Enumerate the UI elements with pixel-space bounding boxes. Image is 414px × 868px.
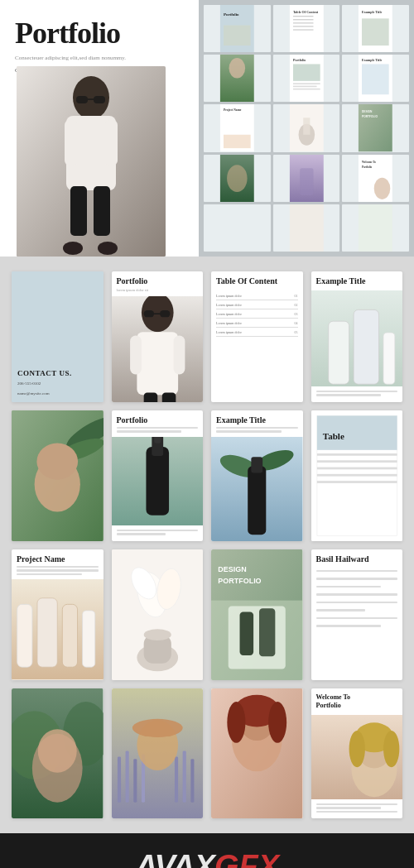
- text-line: [17, 573, 82, 576]
- avax-brand-text: AVAX: [135, 849, 214, 868]
- card-design-portfolio: DESIGN PORTFOLIO: [211, 549, 303, 680]
- thumb-7: Project Name: [204, 104, 271, 151]
- svg-text:DESIGN: DESIGN: [218, 565, 246, 573]
- banner-woman-image: [17, 66, 166, 257]
- svg-point-7: [63, 242, 83, 255]
- text-line: [117, 427, 199, 429]
- toc-line-3: Lorem ipsum dolor 03: [216, 309, 298, 319]
- text-line: [316, 625, 382, 627]
- svg-rect-122: [133, 759, 137, 802]
- svg-rect-121: [125, 751, 128, 802]
- svg-rect-19: [293, 22, 314, 23]
- portfolio-fashion-image: [112, 296, 204, 402]
- svg-rect-18: [293, 19, 314, 20]
- svg-rect-85: [251, 457, 262, 472]
- card-portfolio-fashion: Portfolio lorem ipsum dolor sit: [112, 271, 204, 402]
- text-line: [316, 811, 398, 813]
- avax-logo: AVAX GFX: [135, 849, 279, 868]
- text-line: [316, 586, 382, 588]
- svg-rect-31: [293, 86, 317, 88]
- svg-point-134: [268, 702, 286, 743]
- svg-point-52: [374, 177, 391, 199]
- text-line: [117, 530, 199, 532]
- svg-rect-4: [94, 186, 110, 236]
- svg-rect-91: [316, 460, 397, 463]
- project-image: [12, 579, 104, 679]
- svg-point-133: [227, 702, 245, 743]
- text-line: [316, 593, 398, 596]
- thumb-4: [204, 55, 271, 102]
- toc-line-2: Lorem ipsum dolor 02: [216, 300, 298, 309]
- svg-rect-69: [328, 321, 349, 384]
- svg-rect-9: [76, 96, 88, 103]
- toc-num-4: 04: [295, 321, 298, 325]
- card-woman-face: [12, 410, 104, 541]
- svg-text:Project Name: Project Name: [224, 109, 242, 113]
- svg-rect-111: [229, 606, 286, 669]
- svg-rect-3: [70, 186, 87, 236]
- toc-heading: Table Of Content: [216, 276, 298, 285]
- example-2-image: [211, 437, 303, 541]
- avax-gfx-text: GFX: [214, 849, 279, 868]
- svg-point-106: [143, 629, 171, 640]
- svg-rect-80: [154, 437, 161, 444]
- top-banner: Portfolio Consecteuer adipiscing elit,se…: [0, 0, 414, 257]
- text-line: [17, 566, 99, 568]
- svg-rect-17: [293, 16, 314, 17]
- avax-footer: AVAX GFX .COM: [0, 833, 414, 868]
- svg-rect-58: [137, 332, 178, 395]
- thumb-9: DESIGN PORTFOLIO: [342, 104, 409, 151]
- svg-rect-99: [83, 611, 95, 667]
- welcome-heading: Welcome ToPortfolio: [316, 693, 398, 711]
- svg-point-8: [98, 242, 118, 255]
- svg-rect-92: [316, 467, 397, 469]
- example-1-image: [311, 290, 403, 386]
- card-example-1: Example Title: [311, 271, 403, 402]
- contact-label: CONTACT US.: [17, 369, 98, 377]
- contact-phone: 206-555-0102: [17, 381, 98, 387]
- svg-point-140: [383, 731, 399, 767]
- svg-rect-54: [290, 204, 324, 252]
- portfolio-heading: Portfolio: [117, 276, 199, 285]
- text-line: [117, 430, 182, 433]
- page-grid: CONTACT US. 206-555-0102 name@mysite.com…: [0, 257, 414, 833]
- card-woman-looking-up: [12, 688, 104, 819]
- example-title-2: Example Title: [216, 415, 298, 424]
- svg-rect-48: [300, 168, 313, 195]
- thumb-14: [273, 204, 340, 252]
- svg-rect-61: [143, 392, 157, 402]
- toc-item-2: Lorem ipsum dolor: [216, 303, 242, 307]
- bottle-image: [112, 437, 204, 525]
- svg-rect-125: [182, 751, 185, 802]
- svg-point-76: [36, 443, 78, 479]
- text-line: [316, 609, 365, 611]
- toc-num-2: 02: [295, 303, 298, 307]
- thumb-12: Welcome To Portfolio: [342, 155, 409, 202]
- svg-rect-32: [293, 89, 320, 90]
- card-flowers: [112, 549, 204, 680]
- text-line: [316, 391, 398, 393]
- svg-text:Welcome To: Welcome To: [362, 160, 376, 163]
- toc-item-5: Lorem ipsum dolor: [216, 330, 242, 334]
- portfolio-subtext: lorem ipsum dolor sit: [117, 288, 199, 294]
- thumb-15: [342, 204, 409, 252]
- card-woman-portrait: [211, 688, 303, 819]
- text-line: [216, 430, 282, 433]
- card-basil: Basil Hailward: [311, 549, 403, 680]
- svg-rect-96: [17, 605, 32, 668]
- svg-text:Table: Table: [322, 431, 344, 441]
- card-example-2: Example Title: [211, 410, 303, 541]
- svg-point-118: [38, 729, 77, 772]
- card-portfolio-bottle: Portfolio: [112, 410, 204, 541]
- svg-rect-41: [303, 118, 310, 135]
- svg-rect-120: [117, 756, 120, 802]
- svg-rect-62: [161, 392, 176, 402]
- svg-rect-55: [359, 204, 392, 252]
- thumb-3: Example Title: [342, 5, 409, 52]
- thumb-5: Portfolio: [273, 55, 340, 102]
- svg-text:DESIGN: DESIGN: [362, 110, 373, 113]
- thumb-6: Example Title: [342, 55, 409, 102]
- banner-left: Portfolio Consecteuer adipiscing elit,se…: [0, 0, 199, 257]
- toc-num-5: 05: [295, 330, 298, 334]
- text-line: [17, 569, 99, 572]
